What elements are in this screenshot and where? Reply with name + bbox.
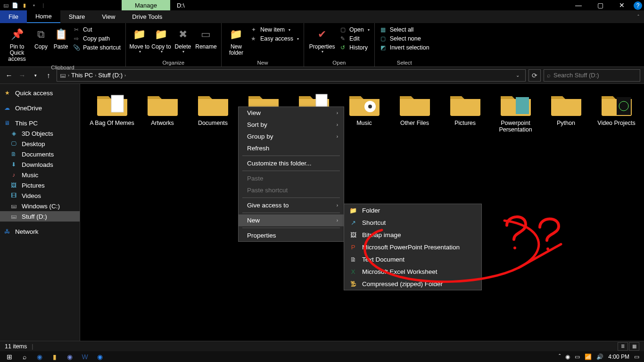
zoom-button[interactable]: ◉ bbox=[92, 351, 107, 362]
folder-item[interactable]: Artworks bbox=[137, 90, 188, 133]
new-bitmap[interactable]: 🖼Bitmap image bbox=[344, 229, 481, 241]
edit-button[interactable]: ✎Edit bbox=[339, 35, 370, 42]
nav-videos[interactable]: 🎞Videos bbox=[0, 190, 80, 201]
pin-to-quick-access-button[interactable]: 📌 Pin to Quick access bbox=[3, 25, 31, 64]
tray-discord-icon[interactable]: ◉ bbox=[565, 354, 570, 360]
pin-icon: 📌 bbox=[9, 27, 25, 42]
wifi-icon[interactable]: 📶 bbox=[585, 354, 592, 360]
delete-button[interactable]: ✖ Delete▾ bbox=[172, 25, 194, 55]
ctx-new[interactable]: New› bbox=[239, 214, 344, 226]
ctx-groupby[interactable]: Group by› bbox=[239, 131, 344, 142]
folder-item[interactable]: Documents bbox=[188, 90, 238, 133]
tab-drivetools[interactable]: Drive Tools bbox=[124, 10, 171, 23]
forward-button[interactable]: → bbox=[17, 70, 27, 81]
new-excel[interactable]: XMicrosoft Excel Worksheet bbox=[344, 265, 481, 278]
volume-icon[interactable]: 🔊 bbox=[596, 354, 603, 360]
close-button[interactable]: ✕ bbox=[611, 0, 633, 10]
tab-view[interactable]: View bbox=[93, 10, 124, 23]
new-folder[interactable]: 📁Folder bbox=[344, 204, 481, 216]
cut-button[interactable]: ✂Cut bbox=[73, 26, 121, 33]
copy-path-button[interactable]: ⇨Copy path bbox=[73, 35, 121, 42]
tab-home[interactable]: Home bbox=[27, 10, 60, 23]
nav-onedrive[interactable]: ☁OneDrive bbox=[0, 103, 80, 113]
address-bar[interactable]: 🖴 › This PC› Stuff (D:)› ⌄ bbox=[57, 69, 526, 82]
action-center-icon[interactable]: ▭ bbox=[634, 354, 639, 360]
maximize-button[interactable]: ▢ bbox=[589, 0, 611, 10]
folder-item[interactable]: Music bbox=[339, 90, 389, 133]
ctx-customize[interactable]: Customize this folder... bbox=[239, 157, 344, 169]
new-powerpoint[interactable]: PMicrosoft PowerPoint Presentation bbox=[344, 241, 481, 253]
nav-music[interactable]: ♪Music bbox=[0, 170, 80, 180]
tab-file[interactable]: File bbox=[0, 10, 27, 23]
nav-pictures[interactable]: 🖼Pictures bbox=[0, 180, 80, 190]
start-button[interactable]: ⊞ bbox=[2, 351, 17, 362]
recent-locations-button[interactable]: ▾ bbox=[30, 70, 41, 81]
ctx-give-access[interactable]: Give access to› bbox=[239, 199, 344, 211]
discord-button[interactable]: ◉ bbox=[62, 351, 77, 362]
breadcrumb-thispc[interactable]: This PC› bbox=[71, 72, 96, 79]
minimize-button[interactable]: — bbox=[568, 0, 589, 10]
ctx-view[interactable]: View› bbox=[239, 107, 344, 119]
invert-selection-button[interactable]: ◩Invert selection bbox=[380, 44, 429, 51]
ctx-sortby[interactable]: Sort by› bbox=[239, 119, 344, 131]
select-none-button[interactable]: ▢Select none bbox=[380, 35, 429, 42]
qat-dropdown[interactable]: ▾ bbox=[30, 1, 38, 9]
folder-item[interactable]: A Bag Of Memes bbox=[87, 90, 137, 133]
ctx-refresh[interactable]: Refresh bbox=[239, 142, 344, 154]
selectnone-icon: ▢ bbox=[380, 35, 387, 42]
explorer-button[interactable]: ▮ bbox=[47, 351, 62, 362]
ctx-properties[interactable]: Properties bbox=[239, 230, 344, 241]
paste-button[interactable]: 📋 Paste bbox=[51, 25, 71, 51]
edge-button[interactable]: ◉ bbox=[32, 351, 47, 362]
open-button[interactable]: ▢Open▾ bbox=[339, 26, 370, 33]
new-item-button[interactable]: ✦New item▾ bbox=[250, 26, 299, 33]
content-area[interactable]: A Bag Of Memes Artworks Documents Music … bbox=[80, 84, 644, 341]
clock[interactable]: 4:00 PM bbox=[608, 354, 629, 360]
folder-item[interactable]: Powerpoint Persentation bbox=[490, 90, 541, 133]
copy-to-button[interactable]: 📁 Copy to▾ bbox=[150, 25, 172, 55]
new-text-document[interactable]: 🗎Text Document bbox=[344, 253, 481, 265]
nav-documents[interactable]: 🗎Documents bbox=[0, 149, 80, 159]
nav-quick-access[interactable]: ★Quick access bbox=[0, 88, 80, 98]
folder-item[interactable]: Pictures bbox=[440, 90, 490, 133]
tab-share[interactable]: Share bbox=[60, 10, 94, 23]
new-folder-button[interactable]: 📁 New folder bbox=[224, 25, 248, 57]
nav-stuff-d[interactable]: 🖴Stuff (D:) bbox=[0, 211, 80, 222]
titlebar: 🖴 📄 ▮ ▾ | Manage D:\ — ▢ ✕ ? bbox=[0, 0, 644, 10]
word-button[interactable]: W bbox=[77, 351, 92, 362]
battery-icon[interactable]: ▭ bbox=[575, 354, 580, 360]
up-button[interactable]: ↑ bbox=[43, 70, 54, 81]
nav-3dobjects[interactable]: ◈3D Objects bbox=[0, 128, 80, 139]
nav-downloads[interactable]: ⬇Downloads bbox=[0, 159, 80, 170]
ribbon-collapse-icon[interactable]: ˆ bbox=[637, 14, 639, 20]
breadcrumb-drive[interactable]: Stuff (D:)› bbox=[98, 72, 126, 79]
crumb-caret-icon[interactable]: › bbox=[68, 73, 69, 78]
properties-button[interactable]: ✔ Properties▾ bbox=[307, 25, 337, 55]
tray-chevron-icon[interactable]: ˆ bbox=[559, 354, 561, 360]
search-button[interactable]: ⌕ bbox=[17, 351, 32, 362]
nav-windows-c[interactable]: 🖴Windows (C:) bbox=[0, 201, 80, 211]
folder-item[interactable]: Python bbox=[541, 90, 591, 133]
rename-button[interactable]: ▭ Rename bbox=[194, 25, 218, 51]
help-button[interactable]: ? bbox=[634, 1, 642, 10]
history-button[interactable]: ↺History bbox=[339, 44, 370, 51]
address-dropdown[interactable]: ⌄ bbox=[513, 73, 522, 78]
new-shortcut[interactable]: ↗Shortcut bbox=[344, 216, 481, 229]
copy-button[interactable]: ⧉ Copy bbox=[31, 25, 51, 51]
nav-network[interactable]: 🖧Network bbox=[0, 226, 80, 237]
folder-item[interactable]: Other Files bbox=[389, 90, 440, 133]
back-button[interactable]: ← bbox=[4, 70, 14, 81]
move-to-button[interactable]: 📁 Move to▾ bbox=[129, 25, 150, 55]
refresh-button[interactable]: ⟳ bbox=[528, 69, 541, 82]
details-view-button[interactable]: ≣ bbox=[618, 342, 628, 351]
icons-view-button[interactable]: ▦ bbox=[629, 342, 639, 351]
easy-access-button[interactable]: ★Easy access▾ bbox=[250, 35, 299, 42]
select-all-button[interactable]: ▦Select all bbox=[380, 26, 429, 33]
nav-desktop[interactable]: 🖵Desktop bbox=[0, 139, 80, 149]
manage-tab[interactable]: Manage bbox=[122, 0, 170, 10]
search-box[interactable]: ⌕ Search Stuff (D:) bbox=[544, 69, 640, 82]
new-compressed-folder[interactable]: 🗜Compressed (zipped) Folder bbox=[344, 278, 481, 290]
nav-thispc[interactable]: 🖥This PC bbox=[0, 118, 80, 128]
paste-shortcut-button[interactable]: 📎Paste shortcut bbox=[73, 44, 121, 51]
folder-item[interactable]: Video Projects bbox=[591, 90, 642, 133]
